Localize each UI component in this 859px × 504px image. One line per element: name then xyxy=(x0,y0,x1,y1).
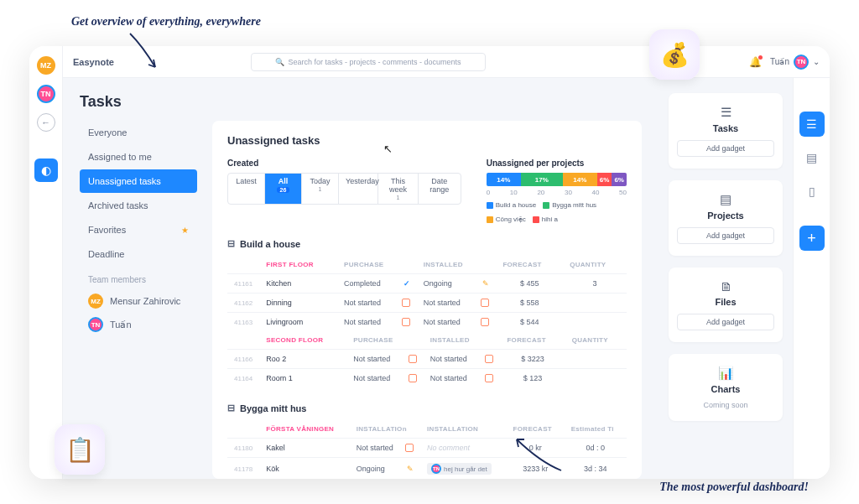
gadget-title: Tasks xyxy=(677,123,774,133)
team-member[interactable]: TNTuấn xyxy=(80,313,197,336)
right-rail: ☰ ▤ ▯ + xyxy=(793,78,830,479)
chart-segment: 6% xyxy=(612,173,627,186)
gadget-icon: 🗎 xyxy=(677,279,774,294)
money-badge-icon: 💰 xyxy=(649,29,700,80)
table-row[interactable]: 41166Roo 2Not startedNot started$ 3223 xyxy=(227,350,627,369)
chart-segment: 6% xyxy=(597,173,612,186)
user-avatar: TN xyxy=(794,55,809,70)
gadget-title: Files xyxy=(677,297,774,307)
notifications-icon[interactable]: 🔔 xyxy=(749,56,762,68)
created-tab[interactable]: This week1 xyxy=(378,174,419,204)
members-header: Team members xyxy=(80,267,197,289)
add-gadget-button[interactable]: Add gadget xyxy=(677,227,774,244)
clipboard-badge-icon: 📋 xyxy=(55,424,105,475)
search-icon: 🔍 xyxy=(275,58,284,66)
created-tabs: Latest All26Today1Yesterday This week1Da… xyxy=(227,173,461,205)
chart-axis: 01020304050 xyxy=(487,189,627,196)
search-placeholder: Search for tasks - projects - comments -… xyxy=(288,58,461,66)
created-label: Created xyxy=(227,158,461,168)
gadget-icon: 📊 xyxy=(677,366,774,381)
user-menu[interactable]: Tuấn TN ⌄ xyxy=(770,55,820,70)
cursor-icon: ↖ xyxy=(383,143,393,155)
table-row[interactable]: 41180KakelNot startedNo comment0 kr0d : … xyxy=(227,439,627,458)
topbar: Easynote 🔍 Search for tasks - projects -… xyxy=(63,46,830,78)
chart-segment: 17% xyxy=(521,173,563,186)
annotation-overview: Get overview of everything, everywhere xyxy=(71,15,261,29)
sidenav-item[interactable]: Deadline xyxy=(80,242,197,266)
task-table: SECOND FLOORPURCHASEINSTALLEDFORECASTQUA… xyxy=(227,331,627,387)
gadget-title: Projects xyxy=(677,210,774,221)
rail-grid-button[interactable]: ▤ xyxy=(799,145,825,170)
table-row[interactable]: 41162DinningNot startedNot started$ 558 xyxy=(227,294,627,313)
created-tab[interactable]: All26 xyxy=(265,174,302,204)
project-header[interactable]: ⊟Bygga mitt hus xyxy=(227,403,627,413)
created-tab[interactable]: Yesterday xyxy=(339,174,378,204)
gadget-card: ☰TasksAdd gadget xyxy=(669,93,783,169)
project-header[interactable]: ⊟Build a house xyxy=(227,238,627,249)
chart-segment: 14% xyxy=(563,173,597,186)
created-tab[interactable]: Latest xyxy=(228,174,265,204)
gadget-card: ▤ProjectsAdd gadget xyxy=(669,180,783,256)
sidenav-item[interactable]: Archived tasks xyxy=(80,194,197,217)
back-button[interactable]: ← xyxy=(37,113,55,132)
chart-label: Unassigned per projects xyxy=(487,158,627,168)
task-table: FIRST FLOORPURCHASEINSTALLEDFORECASTQUAN… xyxy=(227,256,627,331)
sidenav-item[interactable]: Favorites★ xyxy=(80,218,197,242)
username: Tuấn xyxy=(770,57,789,66)
task-panel: Unassigned tasks Created Latest All26Tod… xyxy=(212,121,642,479)
task-table: FÖRSTA VÅNINGENINSTALLATIOnINSTALLATIONF… xyxy=(227,420,627,479)
annotation-dashboard: The most powerful dashboard! xyxy=(659,481,809,494)
panel-title: Unassigned tasks xyxy=(227,134,627,147)
gadget-title: Charts xyxy=(677,384,774,394)
search-input[interactable]: 🔍 Search for tasks - projects - comments… xyxy=(251,53,486,71)
sidenav-item[interactable]: Everyone xyxy=(80,121,197,144)
sidenav-item[interactable]: Unassigned tasks xyxy=(80,169,197,193)
add-gadget-button[interactable]: Add gadget xyxy=(677,140,774,157)
created-tab[interactable]: Date range xyxy=(419,174,461,204)
left-rail: MZ TN ← ◐ xyxy=(29,46,63,479)
chart-segment: 14% xyxy=(487,173,521,186)
gadget-icon: ☰ xyxy=(677,105,774,120)
coming-soon-label: Coming soon xyxy=(677,401,774,409)
arrow-bottom-icon xyxy=(507,433,565,475)
gadget-card: 📊ChartsComing soon xyxy=(669,354,783,421)
rail-avatar-mz[interactable]: MZ xyxy=(37,56,55,75)
sidenav-item[interactable]: Assigned to me xyxy=(80,145,197,169)
chart-legend: Build a houseBygga mitt husCông việchihi… xyxy=(487,201,627,223)
created-tab[interactable]: Today1 xyxy=(302,174,339,204)
rail-globe-button[interactable]: ◐ xyxy=(34,158,58,182)
rail-add-button[interactable]: + xyxy=(799,226,825,251)
app-window: MZ TN ← ◐ Easynote 🔍 Search for tasks - … xyxy=(29,46,830,479)
table-row[interactable]: 41178KökOngoing✎TNhej hur går det3233 kr… xyxy=(227,458,627,480)
rail-list-button[interactable]: ☰ xyxy=(799,112,825,137)
rail-book-button[interactable]: ▯ xyxy=(799,179,825,204)
table-row[interactable]: 41161KitchenCompleted✓Ongoing✎$ 4553 xyxy=(227,274,627,294)
gadget-column: ☰TasksAdd gadget▤ProjectsAdd gadget🗎File… xyxy=(659,78,793,479)
rail-avatar-tn[interactable]: TN xyxy=(37,85,55,103)
chevron-down-icon: ⌄ xyxy=(813,57,820,66)
stacked-bar-chart: 14%17%14%6%6% xyxy=(487,173,627,186)
table-row[interactable]: 41163LivingroomNot startedNot started$ 5… xyxy=(227,313,627,332)
page-title: Tasks xyxy=(80,93,642,111)
logo: Easynote xyxy=(73,57,114,67)
team-member[interactable]: MZMensur Zahirovic xyxy=(80,289,197,313)
table-row[interactable]: 41164Room 1Not startedNot started$ 123 xyxy=(227,369,627,388)
arrow-top-icon xyxy=(126,29,168,75)
add-gadget-button[interactable]: Add gadget xyxy=(677,314,774,330)
main-column: Easynote 🔍 Search for tasks - projects -… xyxy=(63,46,830,479)
gadget-card: 🗎FilesAdd gadget xyxy=(669,268,783,342)
gadget-icon: ▤ xyxy=(677,192,774,207)
